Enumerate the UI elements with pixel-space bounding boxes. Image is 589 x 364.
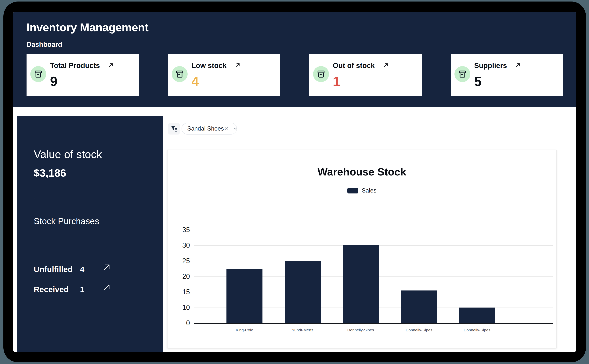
clear-filter-icon[interactable] bbox=[224, 126, 229, 131]
y-tick-label: 30 bbox=[168, 241, 190, 249]
stat-label: Out of stock bbox=[333, 62, 375, 70]
legend-swatch bbox=[347, 188, 358, 194]
arrow-up-right-icon[interactable] bbox=[101, 282, 112, 294]
value-of-stock-label: Value of stock bbox=[34, 148, 102, 161]
filter-button[interactable] bbox=[168, 123, 180, 135]
purchase-label: Unfulfilled bbox=[34, 265, 73, 274]
filter-selected-value: Sandal Shoes bbox=[187, 125, 224, 132]
breadcrumb: Dashboard bbox=[26, 40, 62, 48]
x-tick-label: King-Cole bbox=[216, 328, 273, 332]
x-tick-label: Donnelly-Sipes bbox=[391, 328, 447, 332]
arrow-up-right-icon[interactable] bbox=[234, 62, 241, 70]
desktop-background: Inventory Management Dashboard Total Pro… bbox=[0, 0, 589, 364]
bar-Donnelly-Sipes bbox=[343, 245, 379, 323]
stat-value: 5 bbox=[474, 75, 482, 88]
purchase-row-unfulfilled: Unfulfilled 4 bbox=[34, 265, 151, 276]
package-icon bbox=[313, 66, 329, 82]
chevron-down-icon[interactable] bbox=[233, 126, 238, 131]
chart-legend: Sales bbox=[168, 187, 556, 194]
legend-label: Sales bbox=[362, 187, 376, 194]
purchase-label: Received bbox=[34, 285, 69, 294]
bar-Donnelly-Sipes bbox=[401, 291, 437, 323]
stat-card-low-stock[interactable]: Low stock 4 bbox=[168, 54, 280, 96]
stat-card-out-of-stock[interactable]: Out of stock 1 bbox=[309, 54, 422, 96]
bar-Yundt-Mertz bbox=[285, 261, 321, 323]
package-icon bbox=[454, 66, 470, 82]
stat-card-suppliers[interactable]: Suppliers 5 bbox=[451, 54, 563, 96]
value-of-stock-amount: $3,186 bbox=[34, 167, 66, 179]
stat-value: 9 bbox=[50, 75, 58, 88]
x-tick-label: Yundt-Mertz bbox=[274, 328, 331, 332]
stat-label: Low stock bbox=[191, 62, 227, 70]
y-tick-label: 15 bbox=[168, 288, 190, 296]
warehouse-stock-chart-card: Warehouse Stock Sales 3530252015100King-… bbox=[167, 150, 557, 348]
stat-card-total-products[interactable]: Total Products 9 bbox=[26, 54, 139, 96]
x-tick-label: Donnelly-Sipes bbox=[332, 328, 389, 332]
stock-summary-panel: Value of stock $3,186 Stock Purchases Un… bbox=[17, 116, 163, 352]
y-tick-label: 10 bbox=[168, 304, 190, 312]
header: Inventory Management Dashboard Total Pro… bbox=[13, 12, 576, 107]
y-tick-label: 20 bbox=[168, 273, 190, 280]
y-tick-label: 35 bbox=[168, 226, 190, 234]
package-icon bbox=[172, 66, 188, 82]
chart-title: Warehouse Stock bbox=[168, 166, 556, 178]
page-title: Inventory Management bbox=[26, 21, 148, 34]
app-window: Inventory Management Dashboard Total Pro… bbox=[13, 12, 576, 352]
arrow-up-right-icon[interactable] bbox=[101, 262, 112, 274]
arrow-up-right-icon[interactable] bbox=[514, 62, 521, 70]
y-tick-label: 25 bbox=[168, 257, 190, 265]
filter-select[interactable]: Sandal Shoes bbox=[181, 123, 237, 135]
arrow-up-right-icon[interactable] bbox=[107, 62, 114, 70]
filter-icon bbox=[170, 125, 178, 133]
divider bbox=[34, 198, 151, 198]
y-tick-label: 0 bbox=[168, 319, 190, 327]
x-tick-label: Donnelly-Sipes bbox=[449, 328, 505, 332]
gridline bbox=[194, 230, 553, 230]
stat-label: Total Products bbox=[50, 62, 100, 70]
x-axis-line bbox=[194, 323, 553, 324]
stat-value: 1 bbox=[333, 75, 340, 88]
purchase-count: 4 bbox=[80, 265, 84, 274]
purchase-row-received: Received 1 bbox=[34, 285, 151, 296]
stock-purchases-title: Stock Purchases bbox=[34, 216, 99, 226]
arrow-up-right-icon[interactable] bbox=[382, 62, 389, 70]
stat-value: 4 bbox=[191, 75, 199, 88]
package-icon bbox=[30, 66, 46, 82]
stat-label: Suppliers bbox=[474, 62, 507, 70]
purchase-count: 1 bbox=[80, 285, 84, 294]
bar-Donnelly-Sipes bbox=[459, 307, 495, 323]
bar-King-Cole bbox=[227, 269, 262, 323]
